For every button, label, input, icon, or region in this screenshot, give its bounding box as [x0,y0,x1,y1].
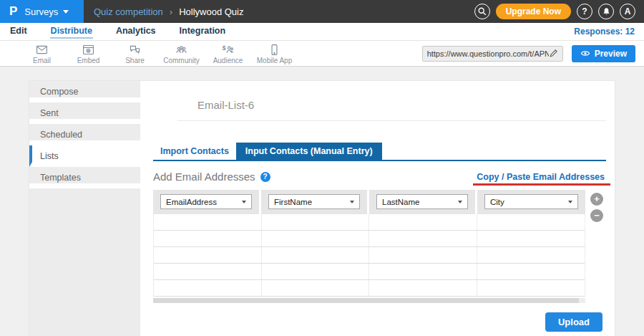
toolbar-item-label: Share [125,57,145,64]
sidebar-filler [29,188,140,336]
table-cell[interactable] [154,214,262,230]
upload-button[interactable]: Upload [545,312,602,332]
select-caret-icon [350,201,354,203]
mobile-app-icon [267,43,282,57]
toolbar-item-label: Community [163,57,200,64]
edit-pencil-icon[interactable] [549,49,558,58]
table-row [154,247,585,264]
table-cell[interactable] [477,247,585,263]
toolbar-item-label: Embed [77,57,100,64]
contacts-table-body [153,214,585,297]
survey-url-box [422,46,563,62]
eye-icon [580,49,590,57]
help-tooltip-icon[interactable]: ? [260,172,270,182]
avatar[interactable]: A [620,4,635,19]
table-cell[interactable] [262,280,370,296]
toolbar-item-label: Audience [213,57,243,64]
preview-button[interactable]: Preview [572,45,635,62]
toolbar-item-label: Email [33,57,51,64]
svg-text:$: $ [223,44,226,51]
column-select-lastname[interactable]: LastName [376,194,468,209]
table-row [154,214,585,231]
breadcrumb: Quiz competition › Hollywood Quiz [94,0,244,23]
top-header: P Surveys Quiz competition › Hollywood Q… [0,0,644,23]
add-row-button[interactable]: + [590,193,603,206]
table-cell[interactable] [369,247,477,263]
copy-paste-email-addresses-link[interactable]: Copy / Paste Email Addresses [477,172,605,182]
email-sidebar: Compose Sent Scheduled Lists Templates [29,81,140,336]
nav-item-integration[interactable]: Integration [179,24,227,39]
section-title: Add Email Addresses [153,171,255,183]
help-icon[interactable]: ? [577,4,592,19]
distribute-toolbar: Email Embed Share Community $ Audience M… [0,41,644,67]
tab-import-contacts[interactable]: Import Contacts [153,143,236,160]
page-title: Email-List-6 [177,99,606,111]
column-select-emailaddress[interactable]: EmailAddress [160,194,252,209]
table-cell[interactable] [154,280,262,296]
tab-input-contacts-manual-entry[interactable]: Input Contacts (Manual Entry) [236,143,382,160]
toolbar-right: Preview [422,45,635,62]
breadcrumb-parent[interactable]: Quiz competition [94,6,163,17]
search-icon[interactable] [474,4,490,19]
surveys-menu-label: Surveys [24,6,58,17]
table-row [154,264,585,280]
scrollbar-thumb[interactable] [153,298,579,303]
column-header-cell: FirstName [261,190,369,214]
nav-item-edit[interactable]: Edit [9,24,28,39]
toolbar-item-share[interactable]: Share [112,43,158,64]
upgrade-now-button[interactable]: Upgrade Now [496,4,571,19]
nav-item-distribute[interactable]: Distribute [50,24,93,39]
toolbar-item-label: Mobile App [257,57,292,64]
community-icon [174,43,189,57]
table-cell[interactable] [262,231,370,246]
table-cell[interactable] [262,247,370,263]
column-select-city[interactable]: City [484,194,578,209]
column-header-cell: LastName [369,190,477,214]
contacts-tabs: Import Contacts Input Contacts (Manual E… [153,143,606,161]
share-icon [127,43,142,57]
page-body: Compose Sent Scheduled Lists Templates E… [0,67,644,336]
horizontal-scrollbar [153,298,585,303]
table-cell[interactable] [477,280,585,296]
table-cell[interactable] [369,264,477,279]
email-distribution-card: Compose Sent Scheduled Lists Templates E… [29,80,615,336]
nav-item-analytics[interactable]: Analytics [115,24,157,39]
toolbar-item-community[interactable]: Community [158,43,205,64]
selected-option: EmailAddress [166,198,217,206]
survey-nav: Edit Distribute Analytics Integration Re… [0,23,644,41]
notifications-bell-icon[interactable] [598,4,614,19]
table-cell[interactable] [477,264,585,279]
table-cell[interactable] [369,231,477,246]
table-cell[interactable] [262,264,370,279]
responses-count[interactable]: Responses: 12 [574,27,635,37]
bell-glyph [602,7,611,16]
add-emails-section-header: Add Email Addresses ? Copy / Paste Email… [153,170,606,183]
table-cell[interactable] [477,231,585,246]
list-title-block: Email-List-6 [177,81,606,121]
remove-row-button[interactable]: − [590,209,603,222]
surveys-menu[interactable]: P Surveys [0,0,84,23]
sidebar-item-scheduled[interactable]: Scheduled [29,124,140,145]
sidebar-item-templates[interactable]: Templates [29,167,140,188]
preview-button-label: Preview [595,49,627,59]
sidebar-item-compose[interactable]: Compose [29,81,140,102]
table-cell[interactable] [369,280,477,296]
table-cell[interactable] [154,264,262,279]
contacts-table-zone: EmailAddress FirstName [153,190,606,303]
toolbar-item-embed[interactable]: Embed [65,43,112,64]
upload-row: Upload [153,312,606,332]
toolbar-item-mobile-app[interactable]: Mobile App [251,43,298,64]
table-cell[interactable] [262,214,370,230]
table-cell[interactable] [154,247,262,263]
toolbar-item-email[interactable]: Email [19,43,65,64]
select-caret-icon [242,201,246,203]
table-cell[interactable] [154,231,262,246]
sidebar-item-sent[interactable]: Sent [29,102,140,124]
toolbar-item-audience[interactable]: $ Audience [205,43,251,64]
survey-url-input[interactable] [427,49,549,58]
table-cell[interactable] [369,214,477,230]
sidebar-item-lists[interactable]: Lists [29,145,140,167]
column-select-firstname[interactable]: FirstName [268,194,360,209]
list-detail-panel: Email-List-6 Import Contacts Input Conta… [140,81,615,336]
table-cell[interactable] [477,214,585,230]
